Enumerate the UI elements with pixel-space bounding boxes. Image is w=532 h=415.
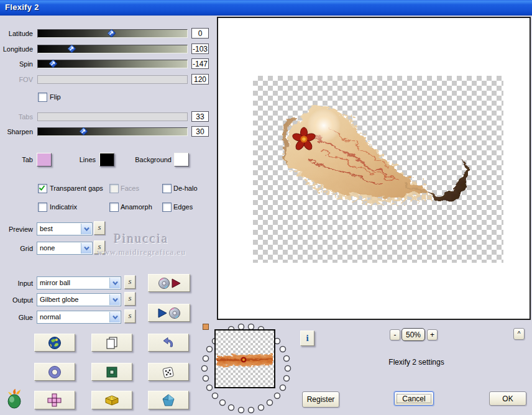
undo-icon bbox=[162, 336, 175, 350]
sharpen-value-field[interactable] bbox=[191, 126, 209, 137]
square-frame-button[interactable] bbox=[91, 363, 132, 381]
copy-button[interactable] bbox=[91, 334, 132, 352]
sharpen-slider-handle[interactable] bbox=[80, 127, 88, 135]
preview-s-button[interactable]: s bbox=[94, 221, 105, 235]
dice-icon bbox=[161, 365, 176, 380]
chevron-down-icon[interactable] bbox=[81, 224, 91, 234]
zoom-in-button[interactable]: + bbox=[427, 329, 438, 340]
grid-combo[interactable]: none bbox=[37, 242, 93, 255]
torus-icon bbox=[48, 365, 62, 379]
chevron-down-icon[interactable] bbox=[81, 243, 91, 253]
preview-combo-value: best bbox=[40, 225, 53, 232]
tabs-label: Tabs bbox=[0, 112, 33, 121]
input-combo-label: Input bbox=[0, 279, 33, 288]
faces-checkbox bbox=[109, 184, 119, 193]
title-bar[interactable]: Flexify 2 bbox=[0, 0, 532, 16]
save-settings-button[interactable] bbox=[148, 304, 190, 322]
sharpen-label: Sharpen bbox=[0, 127, 33, 136]
tabs-slider bbox=[37, 112, 188, 121]
glue-combo-value: normal bbox=[40, 313, 61, 321]
indicatrix-checkbox[interactable] bbox=[38, 203, 47, 212]
flaming-pear-logo-icon[interactable] bbox=[6, 388, 24, 409]
zoom-out-button[interactable]: - bbox=[390, 329, 400, 340]
window-title: Flexify 2 bbox=[5, 2, 39, 12]
output-combo-label: Output bbox=[0, 296, 33, 304]
zoom-level[interactable]: 50% bbox=[401, 328, 425, 341]
brick-icon bbox=[104, 393, 120, 407]
spin-slider[interactable] bbox=[37, 60, 188, 68]
tab-color-swatch[interactable] bbox=[37, 153, 52, 166]
random-dice-button[interactable] bbox=[148, 363, 189, 381]
background-color-swatch[interactable] bbox=[174, 153, 189, 166]
ring-handle[interactable] bbox=[203, 324, 209, 330]
tabs-value-field[interactable] bbox=[191, 111, 209, 122]
collapse-button[interactable]: ^ bbox=[513, 328, 525, 340]
input-combo[interactable]: mirror ball bbox=[37, 276, 121, 290]
preview-image bbox=[280, 101, 476, 212]
glue-s-button[interactable]: s bbox=[124, 309, 135, 323]
fov-label: FOV bbox=[0, 75, 33, 84]
cancel-button[interactable]: Cancel bbox=[394, 391, 434, 406]
output-combo-value: Gilbert globe bbox=[40, 296, 78, 303]
chevron-down-icon[interactable] bbox=[109, 278, 120, 288]
grid-combo-value: none bbox=[40, 244, 55, 252]
status-text: Flexify 2 settings bbox=[373, 358, 460, 367]
sharpen-slider[interactable] bbox=[37, 127, 188, 136]
output-combo[interactable]: Gilbert globe bbox=[37, 293, 121, 306]
fov-value-field[interactable] bbox=[191, 74, 209, 84]
preview-panel bbox=[217, 17, 531, 320]
glue-combo[interactable]: normal bbox=[37, 311, 121, 324]
earth-view-button[interactable] bbox=[34, 334, 75, 352]
earth-icon bbox=[48, 336, 62, 350]
spin-value-field[interactable] bbox=[191, 58, 209, 69]
output-s-button[interactable]: s bbox=[124, 292, 135, 306]
lines-color-swatch[interactable] bbox=[99, 153, 114, 166]
unfold-cube-button[interactable] bbox=[34, 391, 75, 409]
gem-icon bbox=[162, 393, 175, 407]
input-s-button[interactable]: s bbox=[124, 275, 135, 289]
check-icon bbox=[38, 184, 46, 192]
latitude-value-field[interactable] bbox=[191, 28, 209, 39]
register-button[interactable]: Register bbox=[302, 391, 339, 408]
copy-icon bbox=[105, 336, 119, 350]
chevron-down-icon[interactable] bbox=[109, 294, 120, 305]
watermark-url: www.maidiregrafica.eu bbox=[97, 247, 186, 257]
edges-label: Edges bbox=[173, 203, 193, 211]
latitude-slider[interactable] bbox=[37, 29, 188, 38]
brick-button[interactable] bbox=[91, 391, 132, 409]
longitude-slider[interactable] bbox=[37, 45, 188, 53]
spin-slider-handle[interactable] bbox=[49, 60, 57, 68]
cross-net-icon bbox=[45, 393, 64, 407]
transparent-gaps-label: Transparent gaps bbox=[50, 185, 103, 192]
play-blue-icon bbox=[158, 308, 167, 318]
info-button[interactable]: i bbox=[300, 331, 314, 346]
cd-icon bbox=[168, 307, 181, 319]
lines-color-label: Lines bbox=[65, 155, 96, 164]
latitude-slider-handle[interactable] bbox=[108, 29, 116, 37]
edges-checkbox[interactable] bbox=[162, 203, 172, 212]
focus-ring bbox=[397, 394, 431, 403]
longitude-label: Longitude bbox=[0, 45, 33, 53]
undo-button[interactable] bbox=[148, 334, 189, 352]
polyhedron-button[interactable] bbox=[148, 391, 189, 409]
green-frame-icon bbox=[105, 365, 119, 379]
input-combo-value: mirror ball bbox=[40, 279, 70, 286]
spin-label: Spin bbox=[0, 60, 33, 68]
torus-button[interactable] bbox=[34, 363, 75, 381]
dehalo-label: De-halo bbox=[173, 185, 198, 192]
load-settings-button[interactable] bbox=[148, 274, 190, 292]
anamorph-checkbox[interactable] bbox=[109, 203, 119, 212]
ok-button[interactable]: OK bbox=[489, 391, 526, 406]
flip-label: Flip bbox=[50, 93, 61, 101]
longitude-value-field[interactable] bbox=[191, 43, 209, 54]
cd-icon bbox=[158, 277, 170, 290]
flip-checkbox[interactable] bbox=[38, 93, 47, 102]
transparent-gaps-checkbox[interactable] bbox=[38, 184, 47, 193]
dehalo-checkbox[interactable] bbox=[162, 184, 172, 193]
longitude-slider-handle[interactable] bbox=[68, 45, 76, 53]
preview-combo[interactable]: best bbox=[37, 222, 93, 235]
source-thumbnail bbox=[214, 329, 275, 388]
faces-label: Faces bbox=[121, 185, 139, 192]
anamorph-label: Anamorph bbox=[121, 203, 152, 211]
chevron-down-icon[interactable] bbox=[109, 312, 120, 322]
